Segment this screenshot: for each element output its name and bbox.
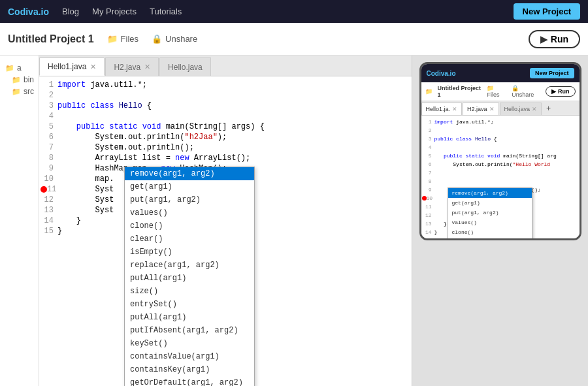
ac-item-0[interactable]: remove(arg1, arg2) [125, 167, 254, 180]
ac-item-13[interactable]: keySet() [125, 337, 254, 350]
ac-item-9[interactable]: size() [125, 285, 254, 298]
code-line-8: 8 ArrayList list = new ArrayList(); [39, 153, 412, 163]
nav-blog[interactable]: Blog [62, 7, 79, 16]
phone-code-line-8: 8 [421, 177, 580, 185]
project-title: Untitled Project 1 [8, 33, 94, 45]
ac-item-10[interactable]: entrySet() [125, 298, 254, 311]
ac-item-3[interactable]: values() [125, 206, 254, 219]
phone-tab-hello[interactable]: Hello.java ✕ [500, 103, 542, 115]
phone-lock-icon: 🔒 [512, 85, 519, 91]
project-bar: Untitled Project 1 📁 Files 🔒 Unshare ▶ R… [0, 23, 588, 56]
phone-ac-item-5[interactable]: clear() [448, 237, 532, 238]
phone-folder-icon: 📁 [487, 85, 494, 91]
phone-logo: Codiva.io [427, 70, 456, 77]
phone-mockup: Codiva.io New Project 📁 Untitled Project… [419, 62, 581, 240]
phone-code-line-6: 6 System.out.println("Hello World [421, 160, 580, 169]
phone-code-line-2: 2 [421, 126, 580, 135]
phone-ac-item-1[interactable]: get(arg1) [448, 198, 532, 208]
phone-tab-hello1[interactable]: Hello1.ja. ✕ [421, 103, 463, 115]
ac-item-14[interactable]: containsValue(arg1) [125, 350, 254, 363]
nav-my-projects[interactable]: My Projects [92, 7, 137, 16]
code-line-5: 5 public static void main(String[] args)… [39, 121, 412, 132]
files-button[interactable]: 📁 Files [107, 34, 139, 44]
phone-files-icon: 📁 [425, 88, 433, 95]
top-nav: Codiva.io Blog My Projects Tutorials New… [0, 0, 588, 23]
phone-nav: Codiva.io New Project [421, 64, 580, 82]
editor-tabs: Hello1.java ✕ H2.java ✕ Hello.java [39, 56, 412, 76]
phone-tabs: Hello1.ja. ✕ H2.java ✕ Hello.java ✕ + [421, 101, 580, 116]
folder-src-icon: 📁 [12, 88, 21, 96]
ac-item-6[interactable]: isEmpty() [125, 246, 254, 259]
nav-logo: Codiva.io [8, 7, 49, 17]
nav-tutorials[interactable]: Tutorials [150, 7, 182, 16]
code-line-2: 2 [39, 90, 412, 101]
phone-code-editor[interactable]: 1import java.util.*; 2 3public class Hel… [421, 116, 580, 238]
phone-ac-item-3[interactable]: values() [448, 217, 532, 227]
ac-item-16[interactable]: getOrDefault(arg1, arg2) [125, 376, 254, 386]
sidebar-item-a[interactable]: 📁 a [5, 62, 33, 74]
phone-play-icon: ▶ [551, 88, 556, 95]
phone-run-button[interactable]: ▶ Run [546, 86, 576, 97]
ac-item-12[interactable]: putIfAbsent(arg1, arg2) [125, 324, 254, 337]
folder-icon: 📁 [107, 34, 118, 44]
phone-ac-item-0[interactable]: remove(arg1, arg2) [448, 188, 532, 198]
code-editor[interactable]: 1import java.util.*; 2 3public class Hel… [39, 76, 412, 386]
ac-item-2[interactable]: put(arg1, arg2) [125, 193, 254, 206]
phone-ac-item-4[interactable]: clone() [448, 227, 532, 237]
phone-code-line-3: 3public class Hello { [421, 135, 580, 143]
code-line-1: 1import java.util.*; [39, 80, 412, 90]
phone-tab-add-button[interactable]: + [542, 103, 555, 115]
nav-links: Blog My Projects Tutorials [62, 7, 182, 16]
autocomplete-dropdown[interactable]: remove(arg1, arg2) get(arg1) put(arg1, a… [124, 167, 255, 386]
folder-a-icon: 📁 [5, 64, 14, 72]
phone-tab-close-hello[interactable]: ✕ [532, 106, 537, 112]
phone-files-button[interactable]: 📁 Files [487, 85, 506, 98]
folder-bin-icon: 📁 [12, 76, 21, 84]
ac-item-8[interactable]: putAll(arg1) [125, 272, 254, 285]
error-indicator-11 [41, 186, 47, 193]
tab-h2-java[interactable]: H2.java ✕ [105, 57, 159, 76]
phone-autocomplete-dropdown[interactable]: remove(arg1, arg2) get(arg1) put(arg1, a… [448, 187, 532, 238]
phone-new-project-button[interactable]: New Project [530, 68, 574, 78]
main-area: 📁 a 📁 bin 📁 src Hello1.java ✕ H2.java ✕ [0, 56, 588, 386]
sidebar-item-bin[interactable]: 📁 bin [12, 74, 33, 86]
code-line-3: 3public class Hello { [39, 101, 412, 111]
tab-hello-java[interactable]: Hello.java [159, 57, 211, 76]
sidebar-item-src[interactable]: 📁 src [12, 86, 33, 97]
code-line-7: 7 System.out.println(); [39, 142, 412, 153]
code-line-6: 6 System.out.println("h2Jaa"); [39, 132, 412, 142]
phone-code-line-1: 1import java.util.*; [421, 118, 580, 126]
nav-new-project-button[interactable]: New Project [514, 3, 580, 20]
sidebar: 📁 a 📁 bin 📁 src [0, 56, 39, 386]
tab-hello1-java[interactable]: Hello1.java ✕ [39, 57, 105, 76]
tab-close-hello1[interactable]: ✕ [90, 63, 96, 71]
nav-left: Codiva.io Blog My Projects Tutorials [8, 7, 182, 17]
phone-project-bar: 📁 Untitled Project 1 📁 Files 🔒 Unshare ▶… [421, 82, 580, 101]
phone-container: Codiva.io New Project 📁 Untitled Project… [412, 56, 588, 386]
ac-item-4[interactable]: clone() [125, 219, 254, 233]
code-line-4: 4 [39, 111, 412, 121]
phone-error-indicator [422, 196, 427, 201]
tab-close-h2[interactable]: ✕ [144, 63, 150, 71]
phone-tab-h2[interactable]: H2.java ✕ [463, 103, 499, 115]
ac-item-15[interactable]: containsKey(arg1) [125, 363, 254, 376]
editor-area: Hello1.java ✕ H2.java ✕ Hello.java 1impo… [39, 56, 412, 386]
phone-tab-close-h2[interactable]: ✕ [489, 106, 495, 112]
phone-code-line-5: 5 public static void main(String[] arg [421, 152, 580, 160]
phone-code-line-4: 4 [421, 143, 580, 152]
phone-ac-item-2[interactable]: put(arg1, arg2) [448, 208, 532, 217]
ac-item-11[interactable]: putAll(arg1) [125, 311, 254, 324]
lock-icon: 🔒 [152, 34, 162, 44]
phone-project-title: Untitled Project 1 [438, 85, 482, 98]
unshare-button[interactable]: 🔒 Unshare [152, 34, 197, 44]
phone-code-line-7: 7 [421, 169, 580, 177]
phone-tab-close-hello1[interactable]: ✕ [452, 106, 457, 112]
ac-item-5[interactable]: clear() [125, 233, 254, 246]
phone-unshare-button[interactable]: 🔒 Unshare [512, 85, 540, 98]
ac-item-1[interactable]: get(arg1) [125, 180, 254, 193]
ac-item-7[interactable]: replace(arg1, arg2) [125, 259, 254, 272]
run-button[interactable]: ▶ Run [529, 30, 580, 48]
play-icon: ▶ [540, 34, 547, 44]
